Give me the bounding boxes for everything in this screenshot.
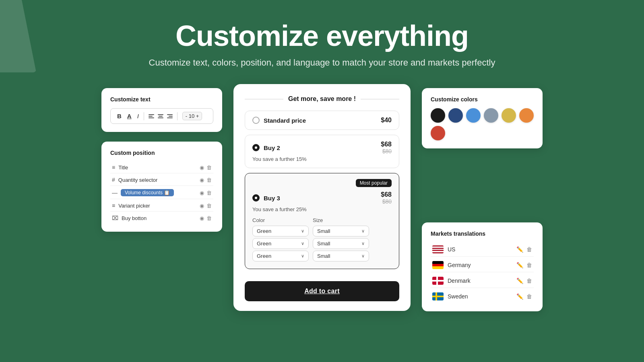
size-select-2[interactable]: Small ∨: [313, 238, 369, 249]
align-center-button[interactable]: [157, 113, 165, 119]
page-header: Customize everything Customize text, col…: [0, 0, 644, 76]
header-line-left: [245, 99, 283, 99]
denmark-edit-icon[interactable]: ✏️: [516, 278, 523, 284]
color-select-2[interactable]: Green ∨: [252, 238, 309, 249]
position-label-variant: Variant picker: [118, 203, 150, 209]
size-value-3: Small: [317, 253, 361, 259]
buy-eye-icon[interactable]: ◉: [200, 215, 204, 221]
germany-edit-icon[interactable]: ✏️: [516, 262, 523, 268]
title-eye-icon[interactable]: ◉: [200, 165, 204, 171]
page-title: Customize everything: [0, 20, 644, 52]
color-chevron-1: ∨: [301, 228, 304, 234]
position-label-volume: Volume discounts 📋: [121, 189, 174, 196]
color-swatches: [431, 108, 534, 140]
position-item-buy: ⌧ Buy botton ◉ 🗑: [110, 212, 213, 224]
size-label: Size: [313, 217, 369, 223]
quantity-icon: #: [112, 177, 115, 183]
size-chevron-1: ∨: [361, 228, 365, 234]
quantity-delete-icon[interactable]: 🗑: [206, 177, 212, 183]
italic-button[interactable]: I: [136, 112, 140, 120]
custom-position-card: Custom position ≡ Title ◉ 🗑 # Quantity: [101, 142, 222, 232]
denmark-delete-icon[interactable]: 🗑: [526, 278, 532, 284]
align-left-button[interactable]: [147, 113, 155, 119]
variant-grid: Color Size Green ∨ Small ∨ Green: [252, 217, 392, 261]
buy2-original-price: $80: [381, 148, 392, 154]
market-us: US ✏️ 🗑: [431, 243, 534, 257]
swatch-gray-blue[interactable]: [484, 108, 498, 123]
swatch-blue[interactable]: [466, 108, 481, 123]
custom-position-title: Custom position: [110, 150, 213, 156]
size-select-3[interactable]: Small ∨: [313, 251, 369, 261]
add-to-cart-button[interactable]: Add to cart: [245, 281, 399, 301]
volume-eye-icon[interactable]: ◉: [200, 190, 204, 196]
germany-actions: ✏️ 🗑: [516, 262, 532, 268]
bold-button[interactable]: B: [116, 112, 123, 120]
most-popular-badge: Most popular: [356, 179, 392, 187]
text-toolbar: B A I - 10 +: [110, 108, 213, 124]
size-chevron-3: ∨: [361, 253, 365, 259]
volume-delete-icon[interactable]: 🗑: [206, 190, 212, 196]
market-denmark: Denmark ✏️ 🗑: [431, 274, 534, 288]
underline-button[interactable]: A: [126, 112, 133, 120]
germany-delete-icon[interactable]: 🗑: [526, 262, 532, 268]
color-label: Color: [252, 217, 309, 223]
buy-delete-icon[interactable]: 🗑: [206, 215, 212, 221]
swatch-dark-blue[interactable]: [448, 108, 463, 123]
buy3-option[interactable]: Most popular Buy 3 $68 $80 You save a fu…: [245, 173, 399, 269]
variant-eye-icon[interactable]: ◉: [200, 203, 204, 209]
us-delete-icon[interactable]: 🗑: [526, 246, 532, 253]
variant-header-row: Color Size: [252, 217, 392, 223]
size-select-1[interactable]: Small ∨: [313, 226, 369, 237]
markets-translations-card: Markets translations US ✏️ 🗑 Germany: [422, 222, 543, 311]
buy2-option[interactable]: Buy 2 $68 $80 You save a further 15%: [245, 135, 399, 168]
color-value-1: Green: [257, 228, 301, 234]
buy2-price: $68: [381, 141, 392, 148]
flag-us: [432, 245, 444, 253]
size-value-1: Small: [317, 228, 361, 234]
position-label-title: Title: [118, 165, 128, 171]
size-value-2: Small: [317, 241, 361, 247]
variant-row-2: Green ∨ Small ∨: [252, 238, 392, 249]
swatch-black[interactable]: [431, 108, 445, 123]
standard-price-option[interactable]: Standard price $40: [245, 111, 399, 130]
title-delete-icon[interactable]: 🗑: [206, 165, 212, 171]
market-label-sweden: Sweden: [448, 293, 468, 300]
position-item-volume: — Volume discounts 📋 ◉ 🗑: [110, 187, 213, 199]
sweden-edit-icon[interactable]: ✏️: [516, 293, 523, 300]
color-select-3[interactable]: Green ∨: [252, 251, 309, 261]
position-list: ≡ Title ◉ 🗑 # Quantity selector ◉: [110, 162, 213, 224]
buy2-option-header: Buy 2 $68 $80: [252, 141, 392, 154]
standard-price: $40: [381, 117, 392, 124]
color-chevron-3: ∨: [301, 253, 304, 259]
align-right-button[interactable]: [166, 113, 174, 119]
standard-radio: [252, 117, 260, 124]
denmark-actions: ✏️ 🗑: [516, 278, 532, 284]
main-layout: Customize text B A I: [0, 84, 644, 311]
variant-delete-icon[interactable]: 🗑: [206, 203, 212, 209]
swatch-gold[interactable]: [502, 108, 516, 123]
position-item-quantity: # Quantity selector ◉ 🗑: [110, 174, 213, 186]
swatch-orange[interactable]: [519, 108, 534, 123]
buy3-savings: You save a further 25%: [252, 206, 392, 212]
buy3-original-price: $80: [381, 198, 392, 205]
volume-actions: ◉ 🗑: [200, 190, 212, 196]
buy3-price: $68: [381, 191, 392, 198]
buy3-radio: [252, 194, 260, 202]
position-label-buy: Buy botton: [122, 215, 147, 221]
buy2-savings: You save a further 15%: [252, 156, 392, 162]
toolbar-divider: [144, 112, 144, 120]
buy2-radio: [252, 144, 260, 151]
market-label-germany: Germany: [448, 262, 471, 268]
buy2-label: Buy 2: [264, 144, 280, 151]
variant-row-3: Green ∨ Small ∨: [252, 251, 392, 261]
quantity-eye-icon[interactable]: ◉: [200, 177, 204, 183]
market-list: US ✏️ 🗑 Germany ✏️ 🗑: [431, 243, 534, 303]
market-sweden: Sweden ✏️ 🗑: [431, 290, 534, 303]
market-label-denmark: Denmark: [448, 278, 471, 284]
swatch-red[interactable]: [431, 126, 445, 140]
font-size-control[interactable]: - 10 +: [182, 112, 202, 120]
us-edit-icon[interactable]: ✏️: [516, 246, 523, 253]
position-label-quantity: Quantity selector: [118, 177, 158, 183]
sweden-delete-icon[interactable]: 🗑: [526, 293, 532, 300]
color-select-1[interactable]: Green ∨: [252, 226, 309, 237]
